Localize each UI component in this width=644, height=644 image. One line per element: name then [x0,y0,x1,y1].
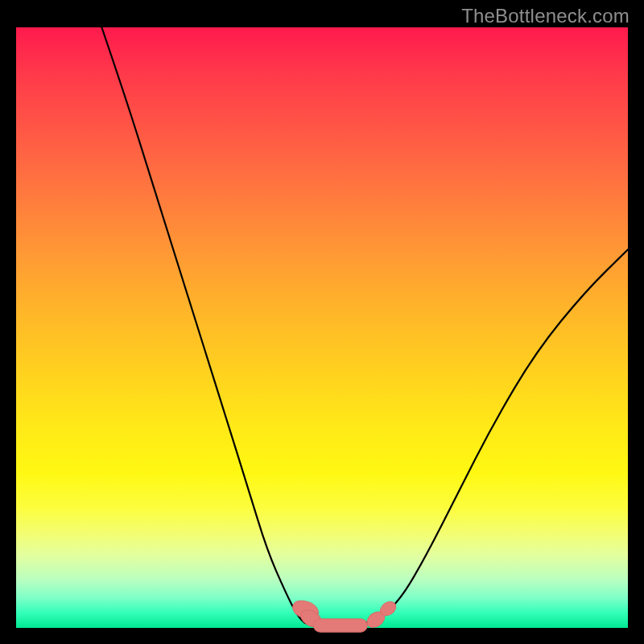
bottleneck-curve [101,27,628,627]
valley-beads [290,597,398,632]
watermark-text: TheBottleneck.com [461,5,630,27]
curve-svg [16,27,628,628]
bead-capsule [313,619,367,632]
plot-area [16,27,628,628]
